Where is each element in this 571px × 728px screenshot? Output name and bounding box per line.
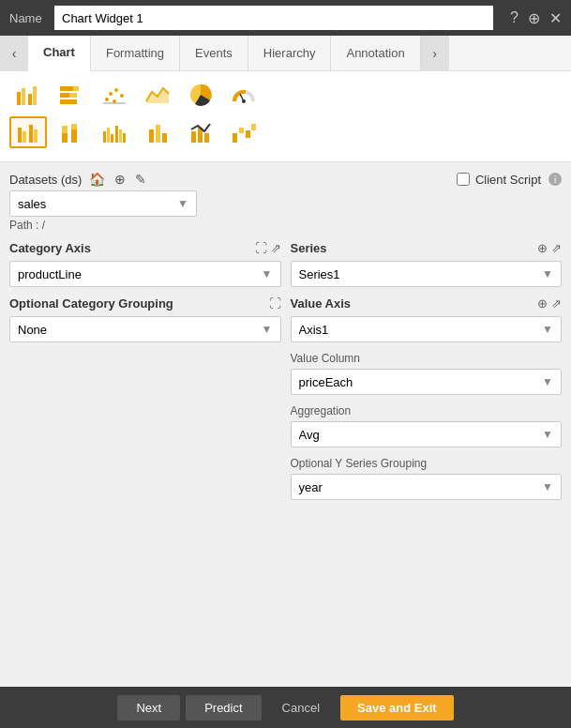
chart-type-combo[interactable] (182, 116, 219, 148)
datasets-add-icon[interactable]: ⊕ (113, 172, 128, 187)
left-column: Category Axis ⛶ ⇗ productLine ▼ Optional… (9, 241, 281, 509)
bottom-bar: Next Predict Cancel Save and Exit (0, 687, 571, 728)
svg-rect-33 (149, 129, 154, 143)
svg-rect-29 (111, 134, 113, 143)
help-icon[interactable]: ? (510, 9, 518, 27)
category-axis-title: Category Axis (9, 241, 91, 255)
svg-rect-25 (71, 129, 77, 143)
datasets-select-wrapper: sales ▼ (9, 190, 197, 217)
tab-bar: ‹ Chart Formatting Events Hierarchy Anno… (0, 36, 571, 71)
svg-rect-1 (22, 88, 25, 105)
category-axis-network-icon[interactable]: ⛶ (255, 241, 267, 255)
right-column: Series ⊕ ⇗ Series1 ▼ Value Axis (291, 241, 563, 509)
chart-type-single-bar[interactable] (139, 116, 176, 148)
tab-prev-button[interactable]: ‹ (0, 36, 28, 71)
client-script-row: Client Script i (457, 173, 562, 187)
save-exit-button[interactable]: Save and Exit (340, 695, 454, 720)
aggregation-select[interactable]: Avg (292, 422, 562, 447)
optional-category-select[interactable]: None (10, 317, 280, 341)
next-button[interactable]: Next (117, 695, 180, 720)
aggregation-group: Aggregation Avg ▼ (291, 404, 563, 447)
chart-type-area[interactable] (139, 79, 176, 111)
client-script-checkbox[interactable] (457, 173, 470, 186)
series-select[interactable]: Series1 (292, 262, 562, 286)
svg-rect-35 (162, 133, 167, 143)
series-add-icon[interactable]: ⊕ (537, 241, 548, 255)
value-column-label: Value Column (291, 352, 563, 365)
optional-category-select-wrapper: None ▼ (9, 316, 281, 342)
svg-rect-42 (251, 124, 256, 130)
chart-type-pie[interactable] (182, 79, 219, 111)
chart-type-horizontal-bar[interactable] (53, 79, 90, 111)
svg-rect-41 (246, 130, 250, 138)
datasets-select[interactable]: sales (10, 191, 196, 216)
svg-rect-6 (60, 93, 69, 98)
aggregation-select-wrapper: Avg ▼ (291, 421, 563, 447)
svg-rect-31 (119, 129, 122, 143)
chart-type-grouped-bar[interactable] (9, 79, 47, 111)
chart-type-waterfall[interactable] (225, 116, 263, 148)
svg-point-13 (113, 99, 116, 103)
svg-rect-23 (62, 133, 68, 143)
datasets-home-icon[interactable]: 🏠 (87, 172, 107, 187)
svg-rect-26 (71, 124, 77, 129)
tab-formatting[interactable]: Formatting (91, 36, 180, 71)
widget-name-input[interactable] (54, 6, 493, 30)
tab-hierarchy[interactable]: Hierarchy (248, 36, 332, 71)
svg-rect-4 (60, 86, 73, 91)
value-axis-add-icon[interactable]: ⊕ (537, 296, 548, 311)
optional-category-network-icon[interactable]: ⛶ (269, 296, 281, 311)
aggregation-label: Aggregation (291, 404, 563, 417)
svg-rect-2 (28, 94, 32, 105)
series-group: Series ⊕ ⇗ Series1 ▼ (291, 241, 563, 287)
tab-events[interactable]: Events (180, 36, 248, 71)
value-column-group: Value Column priceEach ▼ (291, 352, 563, 395)
svg-point-12 (120, 94, 124, 98)
datasets-edit-icon[interactable]: ✎ (133, 172, 148, 187)
series-arrow-icon[interactable]: ⇗ (551, 241, 562, 255)
value-axis-title: Value Axis (291, 296, 352, 311)
svg-rect-39 (233, 133, 237, 143)
optional-y-series-label: Optional Y Series Grouping (291, 457, 563, 470)
svg-rect-40 (239, 128, 244, 133)
chart-type-stacked-bar[interactable] (53, 116, 90, 148)
optional-y-series-select[interactable]: year (292, 475, 562, 499)
client-script-label: Client Script (475, 173, 541, 187)
cancel-button[interactable]: Cancel (267, 695, 335, 720)
svg-rect-20 (23, 131, 26, 143)
svg-rect-27 (103, 131, 106, 143)
optional-category-group: Optional Category Grouping ⛶ None ▼ (9, 296, 281, 342)
move-icon[interactable]: ⊕ (528, 9, 540, 27)
name-label: Name (9, 11, 47, 25)
value-axis-arrow-icon[interactable]: ⇗ (551, 296, 562, 311)
svg-rect-34 (156, 125, 160, 143)
svg-rect-0 (17, 92, 21, 105)
tab-next-button[interactable]: › (421, 36, 449, 71)
svg-point-10 (109, 92, 113, 96)
svg-rect-21 (29, 125, 33, 143)
predict-button[interactable]: Predict (186, 695, 261, 720)
chart-type-clustered-bar[interactable] (96, 116, 133, 148)
datasets-label: Datasets (ds) (9, 173, 82, 187)
datasets-section: Datasets (ds) 🏠 ⊕ ✎ Client Script i sale… (9, 172, 562, 232)
tab-annotation[interactable]: Annotation (331, 36, 420, 71)
category-axis-group: Category Axis ⛶ ⇗ productLine ▼ (9, 241, 281, 287)
svg-line-18 (240, 94, 244, 101)
svg-rect-28 (107, 128, 110, 143)
tab-chart[interactable]: Chart (28, 36, 91, 71)
value-axis-select[interactable]: Axis1 (292, 317, 562, 341)
chart-type-gauge[interactable] (225, 79, 263, 111)
close-icon[interactable]: ✕ (549, 9, 562, 27)
title-bar-icons: ? ⊕ ✕ (510, 9, 562, 27)
chart-type-section (0, 71, 571, 162)
optional-y-series-group: Optional Y Series Grouping year ▼ (291, 457, 563, 500)
category-axis-select[interactable]: productLine (10, 262, 280, 286)
chart-type-vertical-grouped-selected[interactable] (9, 116, 47, 148)
chart-type-scatter[interactable] (96, 79, 133, 111)
series-title: Series (291, 241, 327, 255)
value-column-select[interactable]: priceEach (292, 370, 562, 394)
main-content: Datasets (ds) 🏠 ⊕ ✎ Client Script i sale… (0, 162, 571, 519)
svg-point-9 (105, 98, 109, 101)
svg-rect-32 (123, 133, 126, 143)
category-axis-arrow-icon[interactable]: ⇗ (271, 241, 281, 255)
